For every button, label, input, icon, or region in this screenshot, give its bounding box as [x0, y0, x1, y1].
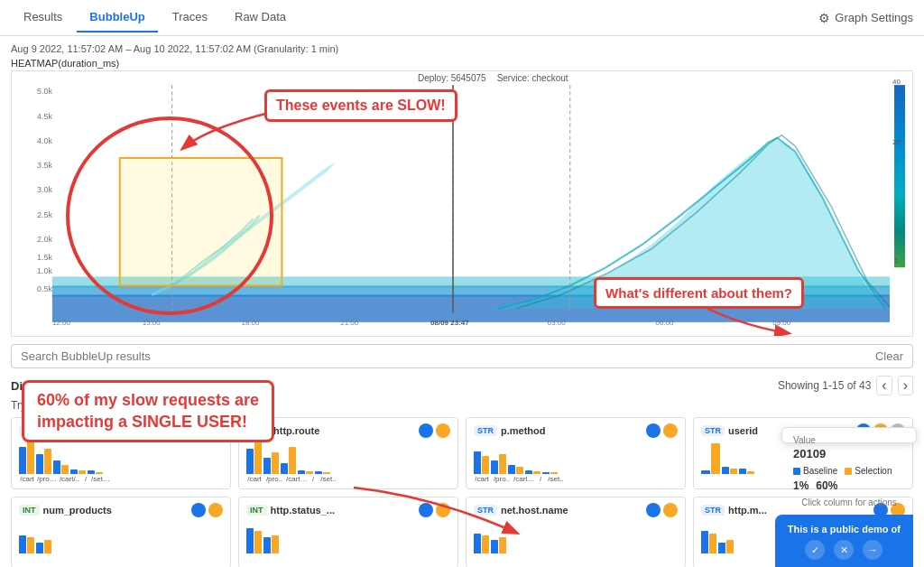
selection-icon	[436, 423, 450, 438]
baseline-icon	[419, 423, 433, 438]
svg-text:3.5k: 3.5k	[37, 161, 52, 170]
svg-rect-30	[120, 158, 282, 285]
search-input[interactable]	[21, 349, 875, 363]
baseline-icon	[646, 503, 661, 517]
demo-title: This is a public demo of	[788, 524, 901, 534]
public-demo-badge: This is a public demo of ✓ ✕ →	[775, 515, 913, 567]
card-header: INT num_products	[19, 503, 223, 517]
svg-text:08/09 23:47: 08/09 23:47	[430, 319, 469, 327]
svg-text:1.5k: 1.5k	[37, 253, 52, 262]
card-bars	[19, 442, 223, 474]
card-bars	[474, 521, 678, 553]
dim-card-userid[interactable]: STR userid Value 2010	[693, 417, 913, 489]
selection-icon	[663, 423, 678, 438]
card-icons	[419, 423, 450, 438]
demo-arrow-button[interactable]: →	[863, 540, 882, 560]
search-clear-button[interactable]: Clear	[875, 349, 903, 363]
card-bars	[246, 521, 450, 553]
selection-pct: 60%	[816, 479, 837, 492]
tooltip-legend: Baseline Selection	[793, 466, 905, 476]
tab-rawdata[interactable]: Raw Data	[222, 3, 299, 33]
card-tag: INT	[246, 505, 267, 516]
card-bars	[246, 442, 450, 474]
card-tag: INT	[19, 505, 40, 516]
search-bar: Clear	[11, 344, 913, 368]
svg-text:20: 20	[892, 138, 901, 146]
tooltip-value-num: 20109	[793, 447, 905, 460]
card-header: STR p.method	[474, 423, 678, 438]
card-header: STR http.route	[246, 423, 450, 438]
slow-annotation: These events are SLOW!	[264, 89, 457, 122]
dimensions-section: Dimensions Showing 1-15 of 43 ‹ › Try to…	[11, 376, 913, 567]
svg-text:4.0k: 4.0k	[37, 136, 52, 145]
dim-card-num-products[interactable]: INT num_products	[11, 497, 231, 567]
baseline-legend-label: Baseline	[803, 466, 837, 476]
card-bars	[19, 521, 223, 553]
heatmap-label: HEATMAP(duration_ms)	[11, 58, 913, 69]
baseline-pct: 1%	[793, 479, 808, 492]
svg-rect-11	[894, 85, 905, 267]
tab-results[interactable]: Results	[11, 3, 75, 33]
demo-icons: ✓ ✕ →	[788, 540, 901, 560]
tab-traces[interactable]: Traces	[160, 3, 220, 33]
time-range: Aug 9 2022, 11:57:02 AM – Aug 10 2022, 1…	[11, 43, 913, 54]
svg-text:1.0k: 1.0k	[37, 266, 52, 275]
card-icons	[191, 503, 223, 517]
dim-card-http-status[interactable]: INT http.status_...	[238, 497, 458, 567]
deploy-label: Deploy: 5645075 Service: checkout	[418, 73, 568, 83]
svg-text:0.5k: 0.5k	[37, 284, 52, 293]
dim-card-p-method[interactable]: STR p.method /cart /pro..	[466, 417, 686, 489]
card-name: num_products	[43, 505, 189, 516]
dim-card-net-host-name[interactable]: STR net.host.name	[466, 497, 686, 567]
card-tag: STR	[701, 425, 725, 436]
tooltip-pcts: 1% 60%	[793, 479, 905, 492]
header-tabs: Results BubbleUp Traces Raw Data ⚙ Graph…	[0, 0, 924, 36]
card-name: net.host.name	[501, 505, 642, 516]
selection-icon	[436, 503, 450, 517]
demo-check-button[interactable]: ✓	[805, 540, 825, 560]
card-header: INT http.status_...	[246, 503, 450, 517]
card-name: http.route	[273, 425, 415, 436]
card-name: p.method	[501, 425, 642, 436]
card-icons	[419, 503, 450, 517]
single-user-annotation: 60% of my slow requests are impacting a …	[22, 380, 274, 442]
svg-text:3.0k: 3.0k	[37, 185, 52, 194]
svg-text:21:00: 21:00	[340, 319, 358, 327]
svg-text:09:00: 09:00	[772, 319, 790, 327]
svg-text:18:00: 18:00	[241, 319, 259, 327]
heatmap-chart[interactable]: Deploy: 5645075 Service: checkout 5.0k 4…	[11, 70, 913, 337]
card-header: STR net.host.name	[474, 503, 678, 517]
graph-settings-button[interactable]: ⚙ Graph Settings	[818, 11, 913, 25]
baseline-icon	[646, 423, 661, 438]
svg-text:2.5k: 2.5k	[37, 210, 52, 219]
graph-settings-label: Graph Settings	[835, 11, 913, 24]
selection-icon	[208, 503, 223, 517]
svg-text:40: 40	[892, 78, 901, 86]
svg-text:2.0k: 2.0k	[37, 235, 52, 244]
svg-text:06:00: 06:00	[656, 319, 674, 327]
demo-close-button[interactable]: ✕	[834, 540, 854, 560]
svg-text:1: 1	[894, 256, 899, 265]
card-icons	[646, 423, 678, 438]
card-tag: STR	[474, 425, 497, 436]
svg-text:4.5k: 4.5k	[37, 111, 52, 120]
showing-label: Showing 1-15 of 43	[778, 379, 871, 392]
baseline-icon	[191, 503, 206, 517]
card-tag: STR	[701, 505, 725, 516]
svg-text:15:00: 15:00	[143, 319, 161, 327]
baseline-icon	[419, 503, 433, 517]
next-page-button[interactable]: ›	[898, 376, 913, 395]
card-bar-labels: /cart /pro.. /cart/m.. / /set..	[246, 475, 450, 483]
tooltip-action-label: Click column for actions	[793, 497, 905, 507]
selection-icon	[663, 503, 678, 517]
tab-bubbleup[interactable]: BubbleUp	[77, 3, 157, 33]
gear-icon: ⚙	[818, 11, 830, 25]
selection-legend-label: Selection	[855, 466, 892, 476]
svg-text:12:00: 12:00	[52, 319, 70, 327]
selection-dot	[845, 468, 852, 475]
different-annotation: What's different about them?	[594, 277, 804, 309]
svg-text:03:00: 03:00	[548, 319, 566, 327]
card-tag: STR	[474, 505, 497, 516]
prev-page-button[interactable]: ‹	[876, 376, 892, 395]
svg-text:5.0k: 5.0k	[37, 87, 52, 96]
